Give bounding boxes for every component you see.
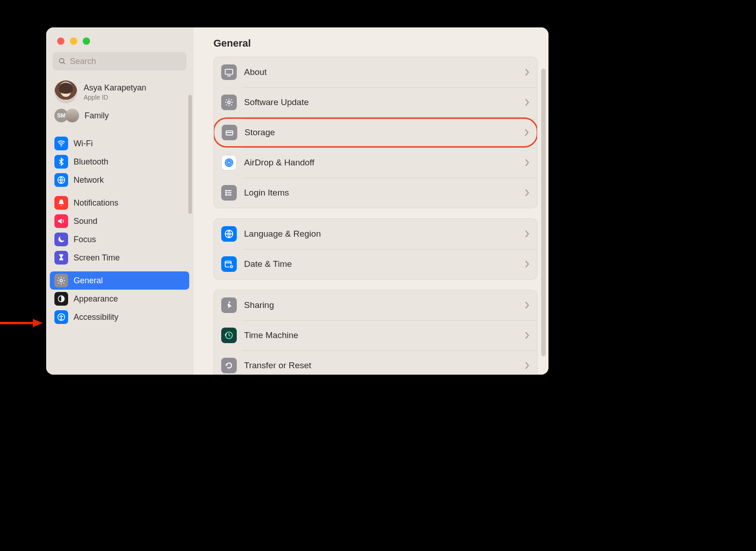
bell-icon [54,196,68,210]
apple-id-account[interactable]: Asya Karapetyan Apple ID [46,76,193,106]
chevron-right-icon [524,159,530,167]
row-label: Storage [245,127,275,138]
row-storage[interactable]: Storage [213,117,538,148]
row-software-update[interactable]: Software Update [214,87,537,117]
row-date-time[interactable]: Date & Time [214,249,537,279]
user-avatar-icon [54,80,77,103]
svg-line-3 [63,62,65,64]
moon-icon [54,233,68,246]
row-label: About [244,67,267,77]
gear-icon [54,274,68,287]
sidebar-item-accessibility[interactable]: Accessibility [50,308,189,326]
svg-marker-1 [33,319,43,327]
main-panel: General About Software Update [193,27,548,375]
display-icon [221,64,237,80]
row-label: Language & Region [244,229,321,239]
row-label: Sharing [244,300,274,310]
row-time-machine[interactable]: Time Machine [214,320,537,350]
sidebar-item-label: Bluetooth [74,157,108,167]
settings-window: Asya Karapetyan Apple ID SM Family Wi-Fi [46,27,548,375]
sidebar-item-label: Wi-Fi [74,139,93,148]
sidebar-item-general[interactable]: General [50,271,189,290]
sidebar-item-label: Network [74,175,104,185]
sidebar: Asya Karapetyan Apple ID SM Family Wi-Fi [46,27,193,375]
page-title: General [193,27,548,57]
speaker-icon [54,214,68,228]
svg-rect-12 [226,131,233,135]
chevron-right-icon [524,128,529,137]
svg-point-16 [226,191,227,191]
bluetooth-icon [54,155,68,169]
account-subtitle: Apple ID [84,94,146,101]
svg-point-13 [228,161,230,164]
window-controls [46,27,193,52]
svg-rect-10 [225,69,233,74]
row-language-region[interactable]: Language & Region [214,219,537,249]
family-row[interactable]: SM Family [46,106,193,128]
row-sharing[interactable]: Sharing [214,290,537,320]
settings-section: Language & Region Date & Time [213,218,538,280]
sidebar-item-wifi[interactable]: Wi-Fi [50,134,189,153]
hourglass-icon [54,251,68,265]
chevron-right-icon [524,361,530,370]
svg-point-11 [228,101,230,104]
row-label: Date & Time [244,259,292,269]
fullscreen-window-button[interactable] [83,37,90,45]
sidebar-item-label: Focus [74,235,96,244]
svg-point-18 [226,195,227,196]
sidebar-item-appearance[interactable]: Appearance [50,290,189,308]
row-label: Time Machine [244,330,298,340]
row-label: Transfer or Reset [244,360,311,371]
svg-point-6 [60,279,62,281]
settings-section: Sharing Time Machine Transfer or Reset [213,290,538,375]
reset-arrow-icon [221,358,237,373]
sidebar-scrollbar[interactable] [188,95,192,214]
chevron-right-icon [524,331,530,339]
sidebar-item-focus[interactable]: Focus [50,230,189,249]
family-member-avatar-icon [65,109,79,122]
globe-icon [54,173,68,187]
content-area: About Software Update Storage [193,57,548,375]
accessibility-icon [54,310,68,324]
sidebar-item-screen-time[interactable]: Screen Time [50,249,189,267]
chevron-right-icon [524,68,530,76]
chevron-right-icon [524,260,530,268]
search-icon [58,57,66,65]
wifi-icon [54,137,68,150]
person-walking-icon [221,297,237,313]
sidebar-item-label: Accessibility [74,313,118,322]
svg-point-9 [61,315,62,316]
search-input[interactable] [70,57,181,66]
list-icon [221,185,237,201]
airdrop-icon [221,155,237,170]
sidebar-item-notifications[interactable]: Notifications [50,194,189,212]
search-field[interactable] [53,52,186,70]
row-airdrop-handoff[interactable]: AirDrop & Handoff [214,148,537,178]
clock-arrow-icon [221,328,237,343]
row-about[interactable]: About [214,57,537,87]
row-transfer-reset[interactable]: Transfer or Reset [214,350,537,375]
annotation-arrow-icon [0,318,43,328]
close-window-button[interactable] [57,37,64,45]
sidebar-item-network[interactable]: Network [50,171,189,189]
sidebar-list: Wi-Fi Bluetooth Network [46,128,193,332]
appearance-icon [54,292,68,306]
svg-point-17 [226,192,227,193]
minimize-window-button[interactable] [70,37,77,45]
row-label: AirDrop & Handoff [244,158,314,168]
sidebar-item-sound[interactable]: Sound [50,212,189,230]
family-label: Family [85,111,109,121]
row-login-items[interactable]: Login Items [214,178,537,208]
account-name: Asya Karapetyan [84,83,146,93]
globe-icon [221,226,237,242]
sidebar-item-label: General [74,276,103,286]
chevron-right-icon [524,301,530,309]
sidebar-item-bluetooth[interactable]: Bluetooth [50,153,189,171]
sidebar-item-label: Sound [74,217,97,226]
chevron-right-icon [524,189,530,197]
main-scrollbar[interactable] [541,69,546,356]
gear-icon [221,95,237,110]
settings-section: About Software Update Storage [213,57,538,208]
row-label: Login Items [244,188,289,198]
disk-icon [222,125,237,140]
